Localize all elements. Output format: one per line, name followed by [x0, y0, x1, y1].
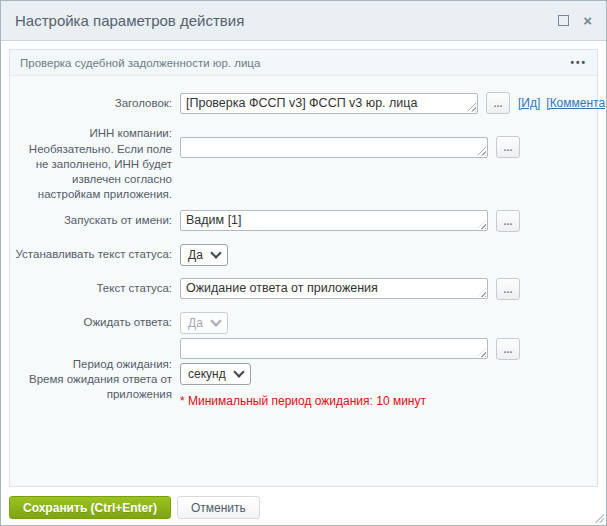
set-status-label: Устанавливать текст статуса:: [14, 247, 180, 262]
wait-period-label-title: Период ожидания:: [14, 357, 172, 372]
wait-period-label: Период ожидания: Время ожидания ответа о…: [14, 338, 180, 402]
title-input[interactable]: [Проверка ФССП v3] ФССП v3 юр. лица: [180, 93, 478, 114]
set-status-value: Да: [188, 248, 203, 262]
action-settings-dialog: Настройка параметров действия × Проверка…: [0, 0, 607, 526]
save-button[interactable]: Сохранить (Ctrl+Enter): [9, 496, 171, 519]
maximize-icon[interactable]: [558, 15, 569, 26]
min-period-warning: * Минимальный период ожидания: 10 минут: [180, 394, 426, 408]
run-as-more-button[interactable]: ...: [496, 210, 520, 232]
run-as-label: Запускать от имени:: [14, 213, 180, 228]
status-text-label: Текст статуса:: [14, 281, 180, 296]
wait-period-label-sub: Время ожидания ответа от приложения: [14, 372, 172, 402]
status-text-input[interactable]: Ожидание ответа от приложения: [180, 278, 488, 299]
set-status-select[interactable]: Да: [180, 244, 228, 266]
title-more-button[interactable]: ...: [486, 92, 510, 114]
row-inn: ИНН компании: Необязательно. Если поле н…: [14, 126, 591, 202]
inn-input[interactable]: [180, 137, 488, 158]
chevron-down-icon: [233, 366, 244, 377]
inn-label: ИНН компании: Необязательно. Если поле н…: [14, 126, 180, 202]
id-link[interactable]: [Ид]: [518, 96, 540, 110]
wait-period-input[interactable]: [180, 338, 488, 359]
dialog-content: Проверка судебной задолженности юр. лица…: [1, 41, 606, 526]
cancel-button[interactable]: Отменить: [177, 496, 260, 519]
inn-more-button[interactable]: ...: [496, 136, 520, 158]
panel-menu-icon[interactable]: •••: [570, 58, 587, 68]
settings-panel: Проверка судебной задолженности юр. лица…: [9, 49, 598, 487]
chevron-down-icon: [210, 247, 221, 258]
wait-period-unit-value: секунд: [188, 367, 226, 381]
wait-answer-label: Ожидать ответа:: [14, 315, 180, 330]
title-links: [Ид][Комментарий]: [518, 96, 607, 110]
dialog-footer: Сохранить (Ctrl+Enter) Отменить: [9, 496, 598, 519]
settings-form: Заголовок: [Проверка ФССП v3] ФССП v3 юр…: [10, 76, 597, 486]
status-text-more-button[interactable]: ...: [496, 278, 520, 300]
row-wait-period: Период ожидания: Время ожидания ответа о…: [14, 338, 591, 408]
chevron-down-icon: [210, 315, 221, 326]
dialog-title: Настройка параметров действия: [15, 12, 244, 29]
wait-answer-select: Да: [180, 312, 228, 334]
panel-header: Проверка судебной задолженности юр. лица…: [10, 50, 597, 76]
row-title: Заголовок: [Проверка ФССП v3] ФССП v3 юр…: [14, 92, 591, 114]
wait-period-more-button[interactable]: ...: [496, 338, 520, 360]
wait-answer-value: Да: [188, 316, 203, 330]
comment-link[interactable]: [Комментарий]: [546, 96, 607, 110]
row-wait-answer: Ожидать ответа: Да: [14, 312, 591, 334]
run-as-input[interactable]: Вадим [1]: [180, 210, 488, 231]
row-run-as: Запускать от имени: Вадим [1] ...: [14, 210, 591, 232]
inn-label-title: ИНН компании:: [14, 126, 172, 141]
dialog-titlebar: Настройка параметров действия ×: [1, 1, 606, 41]
wait-period-unit-select[interactable]: секунд: [180, 363, 251, 385]
close-icon[interactable]: ×: [583, 15, 592, 26]
activity-name-label: Проверка судебной задолженности юр. лица: [20, 57, 260, 69]
title-label: Заголовок:: [14, 96, 180, 111]
row-status-text: Текст статуса: Ожидание ответа от прилож…: [14, 278, 591, 300]
window-controls: ×: [558, 15, 592, 26]
row-set-status: Устанавливать текст статуса: Да: [14, 244, 591, 266]
inn-label-note: Необязательно. Если поле не заполнено, И…: [14, 142, 172, 202]
